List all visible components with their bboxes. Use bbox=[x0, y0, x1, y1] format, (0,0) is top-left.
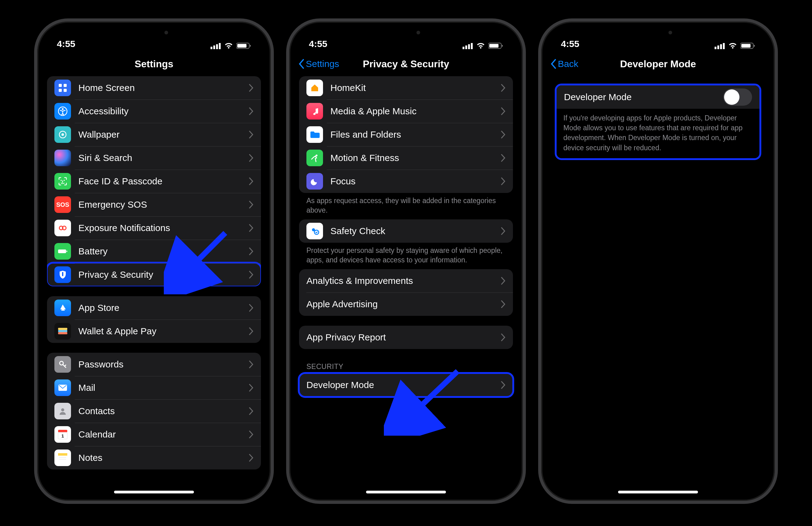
svg-rect-46 bbox=[720, 44, 722, 49]
row-developer-mode-toggle[interactable]: Developer Mode bbox=[556, 85, 759, 109]
row-label: Files and Folders bbox=[330, 129, 501, 140]
row-developer-mode[interactable]: Developer Mode bbox=[299, 373, 513, 397]
toggle-label: Developer Mode bbox=[564, 92, 723, 102]
home-indicator[interactable] bbox=[618, 491, 698, 494]
svg-rect-19 bbox=[58, 249, 66, 253]
faceid-icon bbox=[54, 173, 71, 190]
row-label: Notes bbox=[78, 453, 249, 463]
chevron-left-icon bbox=[550, 58, 556, 70]
svg-point-15 bbox=[60, 180, 62, 181]
cellular-icon bbox=[714, 42, 725, 49]
row-fitness[interactable]: Motion & Fitness bbox=[299, 146, 513, 170]
exposure-icon bbox=[54, 220, 71, 236]
section-footer: Protect your personal safety by staying … bbox=[299, 243, 513, 265]
row-battery[interactable]: Battery bbox=[47, 240, 261, 263]
chevron-left-icon bbox=[298, 58, 305, 70]
mail-icon bbox=[54, 379, 71, 396]
notes-icon bbox=[54, 450, 71, 466]
back-label: Back bbox=[558, 59, 578, 69]
row-files[interactable]: Files and Folders bbox=[299, 123, 513, 146]
row-sos[interactable]: SOSEmergency SOS bbox=[47, 193, 261, 216]
developer-mode-toggle[interactable] bbox=[723, 88, 752, 106]
chevron-right-icon bbox=[249, 131, 253, 138]
chevron-right-icon bbox=[501, 381, 506, 389]
row-advertising[interactable]: Apple Advertising bbox=[299, 292, 513, 316]
chevron-right-icon bbox=[501, 227, 506, 235]
homekit-icon bbox=[306, 79, 323, 96]
svg-point-41 bbox=[316, 155, 318, 156]
row-homekit[interactable]: HomeKit bbox=[299, 76, 513, 100]
row-media[interactable]: Media & Apple Music bbox=[299, 100, 513, 123]
row-label: Privacy & Security bbox=[78, 269, 249, 280]
row-label: Media & Apple Music bbox=[330, 106, 501, 116]
svg-rect-0 bbox=[211, 47, 212, 49]
notch bbox=[363, 24, 449, 41]
chevron-right-icon bbox=[249, 361, 253, 368]
row-faceid[interactable]: Face ID & Passcode bbox=[47, 170, 261, 193]
row-label: HomeKit bbox=[330, 83, 501, 93]
chevron-right-icon bbox=[249, 201, 253, 209]
svg-point-16 bbox=[63, 180, 65, 181]
status-time: 4:55 bbox=[57, 39, 75, 49]
svg-rect-34 bbox=[463, 47, 464, 49]
row-label: Battery bbox=[78, 246, 249, 257]
row-label: Contacts bbox=[78, 406, 249, 416]
home-indicator[interactable] bbox=[366, 491, 446, 494]
row-label: Analytics & Improvements bbox=[306, 276, 501, 286]
chevron-right-icon bbox=[501, 277, 506, 285]
row-safety-check[interactable]: Safety Check bbox=[299, 219, 513, 243]
row-wallpaper[interactable]: Wallpaper bbox=[47, 123, 261, 146]
svg-rect-6 bbox=[250, 45, 251, 47]
row-focus[interactable]: Focus bbox=[299, 170, 513, 193]
row-label: Developer Mode bbox=[306, 380, 501, 390]
row-home-screen[interactable]: Home Screen bbox=[47, 76, 261, 100]
chevron-right-icon bbox=[501, 84, 506, 92]
phone-developer-mode: 4:55 Back Developer Mode Developer Mode bbox=[538, 18, 778, 504]
back-button[interactable]: Settings bbox=[298, 58, 339, 70]
row-privacy-report[interactable]: App Privacy Report bbox=[299, 326, 513, 349]
svg-rect-39 bbox=[489, 44, 498, 48]
row-notes[interactable]: Notes bbox=[47, 446, 261, 469]
row-analytics[interactable]: Analytics & Improvements bbox=[299, 269, 513, 292]
phone-privacy: 4:55 Settings Privacy & Security HomeKit… bbox=[286, 18, 526, 504]
wifi-icon bbox=[224, 42, 233, 49]
svg-rect-21 bbox=[58, 328, 67, 330]
row-mail[interactable]: Mail bbox=[47, 376, 261, 399]
row-passwords[interactable]: Passwords bbox=[47, 353, 261, 376]
row-calendar[interactable]: 1Calendar bbox=[47, 423, 261, 446]
svg-rect-3 bbox=[219, 43, 221, 49]
svg-rect-49 bbox=[741, 44, 751, 48]
phone-settings: 4:55 Settings Home Screen Accessibility … bbox=[34, 18, 274, 504]
calendar-icon: 1 bbox=[54, 426, 71, 443]
row-accessibility[interactable]: Accessibility bbox=[47, 100, 261, 123]
row-siri[interactable]: Siri & Search bbox=[47, 146, 261, 170]
svg-rect-31 bbox=[58, 456, 67, 463]
battery-icon bbox=[488, 42, 503, 49]
row-label: Calendar bbox=[78, 429, 249, 440]
section-footer: As apps request access, they will be add… bbox=[299, 193, 513, 215]
row-wallet[interactable]: Wallet & Apple Pay bbox=[47, 320, 261, 343]
nav-bar: Settings bbox=[40, 52, 268, 76]
row-app-store[interactable]: App Store bbox=[47, 296, 261, 320]
chevron-right-icon bbox=[249, 430, 253, 438]
chevron-right-icon bbox=[501, 131, 506, 138]
settings-group-store: App Store Wallet & Apple Pay bbox=[47, 296, 261, 343]
svg-rect-37 bbox=[471, 43, 473, 49]
privacy-group-safety: Safety Check bbox=[299, 219, 513, 243]
battery-icon bbox=[236, 42, 251, 49]
row-label: Apple Advertising bbox=[306, 299, 501, 309]
files-icon bbox=[306, 126, 323, 143]
back-button[interactable]: Back bbox=[550, 58, 578, 70]
row-contacts[interactable]: Contacts bbox=[47, 399, 261, 423]
row-label: Wallpaper bbox=[78, 129, 249, 140]
cellular-icon bbox=[211, 42, 221, 49]
accessibility-icon bbox=[54, 103, 71, 119]
svg-rect-1 bbox=[213, 45, 215, 49]
row-label: Home Screen bbox=[78, 83, 249, 93]
row-exposure[interactable]: Exposure Notifications bbox=[47, 216, 261, 240]
row-label: App Privacy Report bbox=[306, 332, 501, 342]
row-label: Motion & Fitness bbox=[330, 153, 501, 163]
row-privacy-security[interactable]: Privacy & Security bbox=[47, 263, 261, 286]
home-indicator[interactable] bbox=[114, 491, 194, 494]
chevron-right-icon bbox=[249, 177, 253, 185]
